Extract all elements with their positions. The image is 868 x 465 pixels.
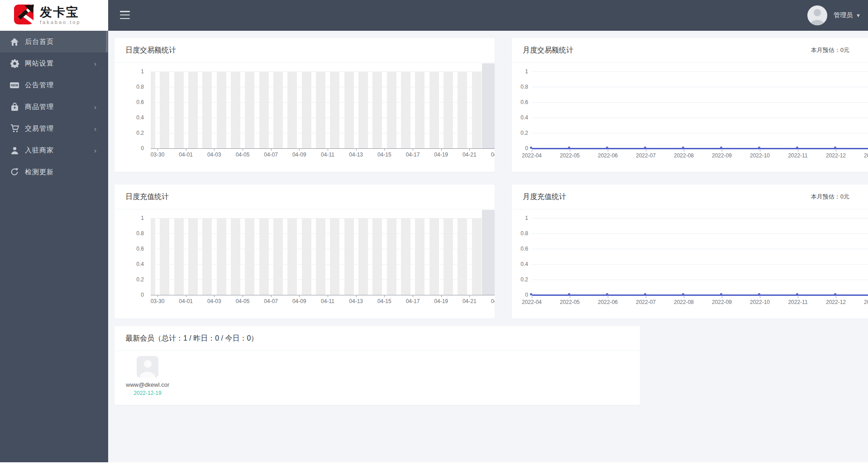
x-axis-tick bbox=[214, 295, 215, 297]
bar-stripe-highlight bbox=[482, 63, 495, 148]
x-axis-tick-label: 04-13 bbox=[342, 298, 370, 304]
sidebar-item-label: 交易管理 bbox=[25, 124, 54, 133]
sidebar-item-products[interactable]: 商品管理 › bbox=[0, 96, 108, 118]
zero-value-line bbox=[532, 294, 868, 296]
x-axis-tick bbox=[157, 148, 158, 151]
bar-stripe bbox=[160, 71, 169, 148]
bar-stripe bbox=[245, 71, 254, 148]
x-axis-tick-label: 04-23 bbox=[484, 152, 495, 158]
panel-title: 月度充值统计 bbox=[523, 185, 566, 209]
bar-stripe bbox=[330, 71, 339, 148]
x-axis-tick-label: 04-03 bbox=[200, 298, 228, 304]
y-axis-tick-label: 1 bbox=[114, 68, 144, 75]
x-axis-tick-label: 2022-11 bbox=[782, 299, 814, 305]
gridline bbox=[532, 264, 868, 265]
sidebar-item-site-settings[interactable]: 网站设置 › bbox=[0, 52, 108, 74]
bar-stripe bbox=[316, 218, 325, 295]
y-axis-tick-label: 0.4 bbox=[512, 114, 528, 121]
sidebar-item-merchants[interactable]: 入驻商家 › bbox=[0, 139, 108, 161]
x-axis-tick bbox=[608, 150, 608, 152]
data-point-marker bbox=[682, 293, 684, 295]
x-axis-tick-label: 2022-06 bbox=[592, 152, 624, 159]
bar-stripe bbox=[188, 71, 198, 148]
x-axis-tick bbox=[836, 296, 836, 298]
bar-stripe bbox=[151, 218, 155, 295]
x-axis-tick bbox=[469, 295, 470, 297]
divider bbox=[114, 209, 495, 209]
menu-toggle-button[interactable] bbox=[120, 11, 130, 19]
announcement-new-icon: NEW bbox=[10, 81, 19, 90]
y-axis-tick-label: 0.4 bbox=[114, 261, 144, 268]
month-estimate-label: 本月预估：0元 bbox=[811, 185, 849, 209]
gridline bbox=[532, 233, 868, 234]
sidebar-item-label: 后台首页 bbox=[25, 38, 54, 46]
data-point-marker bbox=[606, 147, 608, 149]
data-point-marker bbox=[758, 147, 760, 149]
sidebar-item-label: 商品管理 bbox=[25, 103, 54, 111]
sidebar-menu: 后台首页 网站设置 › NEW 公告管理 bbox=[0, 31, 108, 183]
divider bbox=[114, 62, 495, 63]
month-estimate-label: 本月预估：0元 bbox=[811, 38, 849, 62]
x-axis-tick-label: 03-30 bbox=[143, 152, 172, 158]
x-axis-tick-label: 04-17 bbox=[399, 298, 427, 304]
bar-stripe bbox=[188, 218, 198, 295]
data-point-marker bbox=[834, 293, 836, 295]
x-axis-tick-label: 04-05 bbox=[229, 298, 257, 304]
x-axis-tick-label: 2022-05 bbox=[554, 152, 586, 159]
data-point-marker bbox=[796, 147, 798, 149]
x-axis-tick bbox=[157, 295, 158, 297]
x-axis-line bbox=[151, 295, 495, 295]
x-axis-tick bbox=[760, 296, 760, 298]
sidebar-item-check-update[interactable]: 检测更新 bbox=[0, 161, 108, 183]
x-axis-tick-label: 04-07 bbox=[257, 152, 285, 158]
bar-background-stripes bbox=[151, 218, 495, 295]
sidebar-item-label: 公告管理 bbox=[25, 81, 54, 90]
bar-stripe bbox=[245, 218, 254, 295]
x-axis-tick-label: 2022-09 bbox=[706, 152, 738, 159]
data-point-marker bbox=[644, 147, 646, 149]
members-title: 最新会员（总计：1 / 昨日：0 / 今日：0） bbox=[125, 326, 258, 351]
member-card: www@dkewl.com 2022-12-19 bbox=[126, 356, 169, 396]
y-axis-tick-label: 0.8 bbox=[114, 230, 144, 237]
divider bbox=[512, 62, 868, 63]
bar-stripe bbox=[259, 218, 269, 295]
data-point-marker bbox=[682, 147, 684, 149]
x-axis-tick bbox=[760, 150, 760, 152]
bar-stripe bbox=[259, 71, 269, 148]
x-axis-tick-label: 2022-08 bbox=[668, 152, 700, 159]
x-axis-tick bbox=[646, 150, 646, 152]
gridline bbox=[532, 280, 868, 280]
x-axis-tick bbox=[243, 148, 243, 151]
bar-stripe bbox=[287, 71, 297, 148]
x-axis-tick-label: 04-21 bbox=[455, 298, 483, 304]
x-axis-tick-label: 04-17 bbox=[399, 152, 427, 158]
y-axis-tick-label: 0.6 bbox=[512, 245, 528, 252]
y-axis-tick-label: 1 bbox=[512, 214, 528, 222]
panel-monthly-recharge-chart: 月度充值统计 本月预估：0元 10.80.60.40.202022-042022… bbox=[512, 185, 868, 318]
logo[interactable]: 发卡宝 fakabao.top bbox=[0, 0, 108, 31]
user-menu[interactable]: 管理员 ▼ bbox=[807, 0, 861, 31]
gear-icon bbox=[10, 59, 19, 68]
x-axis-tick bbox=[328, 148, 328, 151]
sidebar-item-transactions[interactable]: 交易管理 › bbox=[0, 118, 108, 139]
sidebar-item-announcements[interactable]: NEW 公告管理 bbox=[0, 74, 108, 96]
data-point-marker bbox=[568, 147, 570, 149]
bar-stripe bbox=[358, 71, 368, 148]
bar-stripe bbox=[273, 71, 283, 148]
member-avatar bbox=[137, 356, 158, 378]
bar-stripe bbox=[358, 218, 368, 295]
bar-stripe bbox=[330, 218, 339, 295]
sidebar-item-label: 网站设置 bbox=[25, 59, 54, 68]
x-axis-tick bbox=[646, 296, 646, 298]
panel-daily-sales-chart: 日度交易额统计 10.80.60.40.2003-3004-0104-0304-… bbox=[114, 38, 495, 172]
divider bbox=[114, 351, 640, 351]
chevron-right-icon: › bbox=[94, 125, 96, 132]
sidebar-item-home[interactable]: 后台首页 bbox=[0, 31, 108, 52]
data-point-marker bbox=[796, 293, 798, 295]
y-axis-tick-label: 0.2 bbox=[512, 129, 528, 137]
y-axis-tick-label: 0.8 bbox=[512, 230, 528, 237]
gridline bbox=[532, 71, 868, 72]
top-header: 管理员 ▼ bbox=[108, 0, 868, 31]
sidebar-scrollbar[interactable] bbox=[106, 31, 108, 52]
x-axis-tick bbox=[441, 295, 442, 297]
